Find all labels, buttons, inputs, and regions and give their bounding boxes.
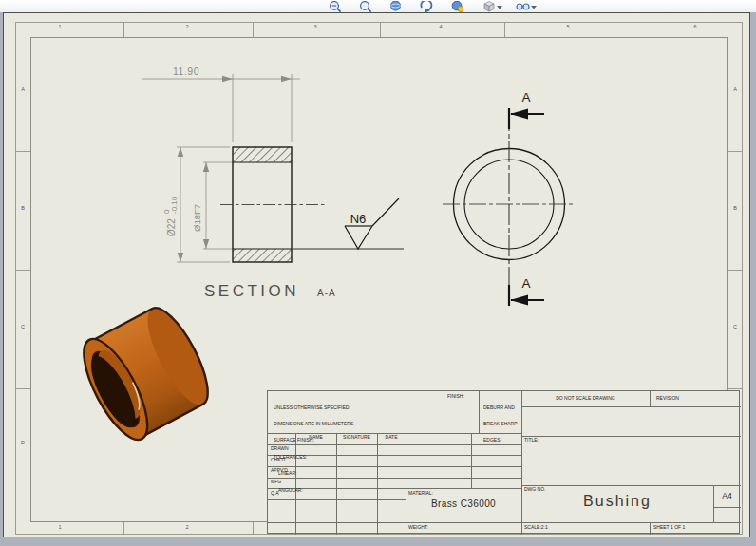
orbit-icon[interactable] (391, 1, 401, 10)
spec-note-line: ANGULAR: (274, 488, 353, 494)
divider (521, 485, 741, 486)
zone-tick (15, 270, 30, 271)
zone-label: 1 (52, 24, 67, 29)
drawing-title: Bushing (521, 493, 713, 510)
spec-note-line: TOLERANCES: (274, 455, 353, 461)
chevron-down-icon (497, 6, 502, 9)
dwg-no-label: DWG NO. (524, 487, 546, 493)
divider (521, 391, 522, 535)
previous-view-icon[interactable] (421, 1, 431, 12)
zone-label: C (15, 324, 30, 329)
zone-label: A (15, 86, 30, 92)
scale-label: SCALE:2:1 (524, 525, 548, 531)
column-header-name: NAME (295, 435, 336, 441)
view-toolbar (0, 0, 756, 12)
zone-label: A (728, 86, 743, 92)
sheet-label: SHEET 1 OF 1 (653, 525, 685, 531)
divider (406, 433, 406, 535)
zone-label: 5 (560, 24, 576, 29)
material-label: MATERIAL: (408, 491, 433, 497)
zone-label: D (15, 440, 30, 445)
deburr-note-line: DEBURR AND (483, 405, 518, 411)
chevron-down-icon (531, 6, 537, 9)
zone-label: B (15, 205, 30, 211)
divider (650, 522, 651, 535)
row-label-chkd: CHK'D (271, 458, 285, 463)
revision-label: REVISION (656, 396, 679, 402)
zone-label: 6 (688, 24, 703, 29)
divider (650, 391, 651, 406)
material-value: Brass C36000 (406, 499, 521, 509)
zone-label: C (728, 324, 743, 329)
view-settings-icon[interactable] (452, 1, 463, 11)
zone-tick (728, 388, 743, 389)
zone-tick (633, 22, 633, 37)
divider (471, 433, 472, 488)
divider (521, 406, 741, 407)
zone-tick (123, 22, 124, 37)
cad-application-window: 1 2 3 4 5 6 1 2 A B C D A B C (0, 0, 756, 546)
zone-label: 1 (52, 524, 67, 530)
zone-label: 2 (180, 524, 195, 530)
zone-label: 3 (308, 24, 323, 29)
divider (479, 391, 480, 433)
hide-show-items-icon[interactable] (517, 4, 537, 9)
zone-tick (123, 522, 124, 535)
deburr-note: DEBURR AND BREAK SHARP EDGES (483, 394, 518, 455)
zone-tick (253, 22, 254, 37)
column-header-signature: SIGNATURE (336, 435, 377, 441)
zone-tick (15, 151, 30, 152)
divider (444, 391, 444, 488)
divider (268, 522, 741, 523)
zoom-out-icon[interactable] (331, 2, 341, 12)
do-not-scale-label: DO NOT SCALE DRAWING (521, 396, 650, 402)
zone-tick (504, 22, 505, 37)
zone-label: 4 (433, 24, 448, 29)
zoom-to-area-icon[interactable] (361, 2, 371, 12)
divider (521, 436, 741, 437)
deburr-note-line: BREAK SHARP (483, 422, 518, 427)
display-style-icon[interactable] (484, 2, 502, 12)
row-label-appvd: APPV'D (271, 468, 288, 474)
zone-tick (380, 22, 381, 37)
spec-note-line: UNLESS OTHERWISE SPECIFIED: (274, 405, 353, 411)
divider (713, 507, 741, 508)
divider (377, 433, 378, 535)
zone-tick (15, 388, 30, 389)
view-toolbar-icons (0, 1, 756, 12)
zone-tick (728, 151, 743, 152)
zone-tick (728, 270, 743, 271)
title-block: UNLESS OTHERWISE SPECIFIED: DIMENSIONS A… (267, 390, 740, 534)
weight-label: WEIGHT: (408, 525, 428, 531)
finish-label: FINISH: (447, 394, 464, 400)
row-label-drawn: DRAWN (271, 446, 289, 452)
spec-note-line: DIMENSIONS ARE IN MILLIMETERS (274, 422, 353, 427)
column-header-date: DATE (377, 435, 406, 441)
zone-label: B (728, 205, 743, 211)
title-label: TITLE: (524, 438, 539, 443)
row-label-mfg: MFG (271, 480, 281, 485)
deburr-note-line: EDGES (483, 438, 518, 443)
row-label-qa: Q.A (271, 491, 279, 497)
paper-size: A4 (713, 491, 741, 500)
zone-label: 2 (180, 24, 195, 29)
zone-tick (253, 522, 254, 535)
